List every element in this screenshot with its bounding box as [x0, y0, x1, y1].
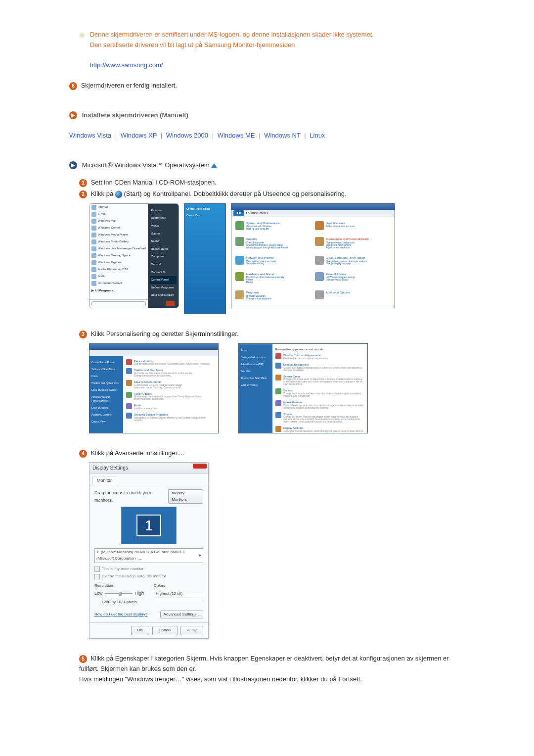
start-menu-right-item: Games — [150, 230, 177, 238]
step-num-4: 4 — [79, 450, 87, 458]
vista-step-1: 1 Sett inn CDen Manual i CD-ROM-stasjone… — [79, 178, 465, 188]
step2-text-a: Klikk på — [91, 190, 115, 197]
pers-item: Folder OptionsSpecify single- or double-… — [126, 392, 215, 401]
cp-category: ProgramsUninstall a programChange startu… — [235, 290, 311, 304]
pers-item: ThemeChange the theme. Themes can change… — [275, 412, 364, 424]
pers-item: Ease of Access CenterAccommodate low vis… — [126, 380, 215, 389]
pers-item: Windows Sidebar PropertiesAdd gadgets to… — [126, 413, 215, 422]
monitor-select[interactable]: 1. (Multiple Monitors) on NVIDIA GeForce… — [94, 548, 203, 563]
colors-label: Colors: — [154, 583, 203, 589]
play-icon: ▶ — [69, 161, 77, 169]
pers-heading: Personalize appearance and sounds — [275, 347, 364, 352]
tab-monitor[interactable]: Monitor — [92, 476, 116, 484]
identify-monitors-button[interactable]: Identify Monitors — [168, 489, 203, 504]
step-num-2: 2 — [79, 190, 87, 198]
vista-step-2: 2 Klikk på (Start) og Kontrollpanel. Dob… — [79, 189, 465, 199]
drag-label: Drag the icons to match your monitors. — [94, 489, 168, 504]
start-menu-right-item: Network — [150, 261, 177, 269]
link-windows-xp[interactable]: Windows XP — [121, 132, 157, 139]
cp-category: SecurityCheck for updatesCheck this comp… — [235, 237, 311, 253]
ok-button[interactable]: OK — [131, 626, 150, 635]
resolution-slider[interactable]: Low High — [94, 590, 144, 597]
vista-heading: ▶ Microsoft® Windows Vista™ Operativsyst… — [69, 160, 465, 171]
step-num-1: 1 — [79, 179, 87, 187]
pers-item: SoundsChange which sounds are heard when… — [275, 388, 364, 398]
start-menu-item: Audio — [89, 273, 148, 280]
step-num-3: 3 — [79, 331, 87, 338]
certification-note: ※ Denne skjermdriveren er sertifisert un… — [79, 30, 465, 71]
appearance-window: Control Panel HomeTasks and Start MenuFo… — [89, 343, 219, 433]
start-menu-item: E-mail — [89, 211, 148, 218]
manual-title: Installere skjermdriveren (Manuelt) — [82, 111, 188, 119]
cp-category: Ease of AccessLet Windows suggest settin… — [315, 272, 391, 288]
step4-text: Klikk på Avanserte innstillinger.... — [91, 449, 184, 457]
link-windows-2000[interactable]: Windows 2000 — [166, 132, 208, 139]
resolution-label: Resolution: — [94, 583, 144, 589]
monitor-1[interactable]: 1 — [136, 515, 161, 536]
colors-select[interactable]: Highest (32 bit) — [154, 590, 203, 598]
cp-category: System and MaintenanceGet started with W… — [235, 221, 311, 235]
start-menu-right-item: Default Programs — [150, 284, 177, 292]
screenshot-row-1: InternetE-mailWindows MailWelcome Center… — [89, 203, 465, 314]
best-display-link[interactable]: How do I get the best display? — [94, 612, 147, 618]
note-line1: Denne skjermdriveren er sertifisert unde… — [90, 31, 374, 38]
personalization-window: TasksChange desktop iconsAdjust font siz… — [238, 343, 368, 433]
start-menu-right-item: Search — [150, 237, 177, 245]
samsung-link[interactable]: http://www.samsung.com/ — [90, 61, 163, 69]
cancel-button[interactable]: Cancel — [152, 626, 178, 635]
start-menu-right-item: Computer — [150, 253, 177, 261]
start-orb-icon — [115, 191, 122, 198]
start-menu-item: Windows Mail — [89, 218, 148, 225]
monitor-preview[interactable]: 1 — [121, 507, 177, 544]
extend-desktop-checkbox: Extend the desktop onto this monitor — [94, 573, 203, 580]
note-line2: Den sertifiserte driveren vil bli lagt u… — [90, 41, 295, 48]
start-search — [89, 299, 148, 308]
link-linux[interactable]: Linux — [310, 132, 325, 139]
classic-title: Control Panel Home — [186, 207, 223, 211]
advanced-settings-button[interactable]: Advanced Settings... — [160, 611, 203, 619]
cp-category: Appearance and PersonalizationChange des… — [315, 237, 391, 253]
step2-text-b: (Start) og Kontrollpanel. Dobbeltklikk d… — [124, 190, 346, 197]
start-menu-item: Windows Meeting Space — [89, 252, 148, 259]
cp-titlebar — [231, 204, 395, 210]
display-settings-dialog: Display Settings Monitor Drag the icons … — [89, 462, 209, 639]
step-num-5: 5 — [79, 655, 87, 663]
start-menu-right-item: Pictures — [150, 207, 177, 215]
collapse-icon[interactable] — [211, 163, 217, 168]
vista-step-4: 4 Klikk på Avanserte innstillinger.... — [79, 448, 465, 459]
pers-item: FontsInstall or remove a font. — [126, 403, 215, 410]
screenshot-row-2: Control Panel HomeTasks and Start MenuFo… — [89, 343, 465, 433]
link-windows-vista[interactable]: Windows Vista — [69, 132, 111, 139]
start-menu-right-item: Recent Items — [150, 245, 177, 253]
start-menu-item: Windows Photo Gallery — [89, 238, 148, 245]
start-menu-right-item: Help and Support — [150, 291, 177, 299]
pers-item: Desktop BackgroundChoose from available … — [275, 363, 364, 372]
link-windows-nt[interactable]: Windows NT — [264, 132, 300, 139]
apply-button: Apply — [180, 626, 203, 635]
main-monitor-checkbox: This is my main monitor — [94, 566, 203, 572]
step3-text: Klikk Personalisering og deretter Skjerm… — [91, 330, 239, 337]
vista-step-3: 3 Klikk Personalisering og deretter Skje… — [79, 329, 465, 339]
vista-start-menu: InternetE-mailWindows MailWelcome Center… — [89, 203, 179, 308]
close-icon[interactable] — [193, 464, 207, 469]
link-windows-me[interactable]: Windows ME — [218, 132, 255, 139]
pers-item: PersonalizationChange appearance and sou… — [126, 359, 215, 366]
resolution-value: 1280 by 1024 pixels — [94, 599, 144, 606]
cp-category: Clock, Language, and RegionChange keyboa… — [315, 256, 391, 269]
screenshot-row-3: Display Settings Monitor Drag the icons … — [89, 462, 465, 639]
cp-category: Hardware and SoundPlay CDs or other medi… — [235, 272, 311, 288]
cp-category: Network and InternetView network status … — [235, 256, 311, 269]
step1-text: Sett inn CDen Manual i CD-ROM-stasjonen. — [91, 179, 217, 186]
cp-nav: ◀ ▶ — [233, 210, 244, 216]
step5-text: Klikk på Egenskaper i kategorien Skjerm.… — [79, 655, 449, 683]
arrow-icon: ▶ — [69, 111, 77, 119]
os-links: Windows Vista | Windows XP | Windows 200… — [69, 131, 465, 141]
start-menu-item: Windows Explorer — [89, 259, 148, 266]
all-programs: ▶ All Programs — [89, 287, 148, 295]
start-menu-right-item: Music — [150, 222, 177, 230]
vista-step-5: 5 Klikk på Egenskaper i kategorien Skjer… — [79, 654, 465, 684]
pers-item: Mouse PointersPick a different mouse poi… — [275, 400, 364, 410]
start-menu-right-item: Documents — [150, 214, 177, 222]
vista-os-title: Microsoft® Windows Vista™ Operativsystem — [82, 161, 210, 169]
start-menu-right-item: Connect To — [150, 269, 177, 277]
